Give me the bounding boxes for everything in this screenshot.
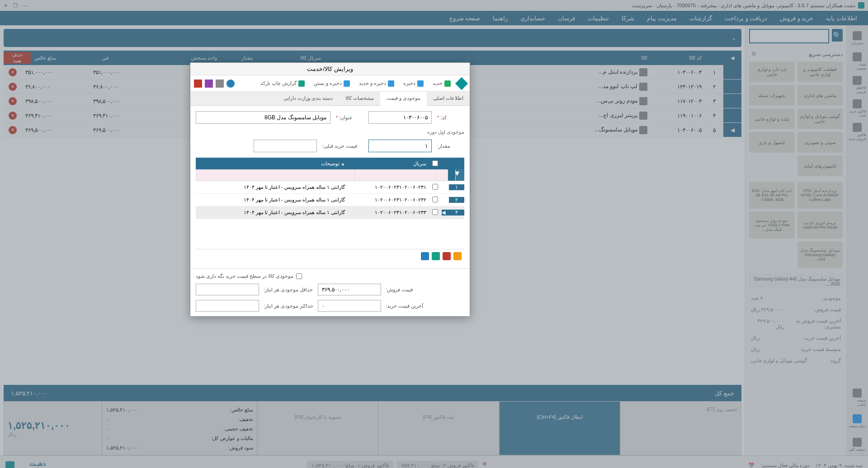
title-label: عنوان: * bbox=[336, 115, 363, 121]
keep-at-buy-price-checkbox[interactable] bbox=[296, 273, 302, 279]
add-serial-icon[interactable] bbox=[453, 252, 462, 260]
max-stock-label: حداکثر موجودی هر انبار: bbox=[264, 303, 313, 309]
export-serial-icon[interactable] bbox=[432, 252, 440, 260]
tab-ministry[interactable]: دسته بندی وزارت دارایی bbox=[277, 92, 339, 105]
qty-input[interactable] bbox=[368, 140, 432, 152]
serial-row[interactable]: ۱ ۱۰۲۰۰۶۰۲۳۱۰۲۰۰۶۰۲۳۱ گارانتی ۱ ساله همر… bbox=[196, 181, 464, 194]
serial-row[interactable]: ۳ ◀ ۱۰۲۰۰۶۰۲۳۱۰۲۰۰۶۰۲۳۳ گارانتی ۱ ساله ه… bbox=[196, 206, 464, 219]
code-label: کد: * bbox=[437, 115, 464, 121]
barcode-report-button[interactable]: گزارش چاپ بارکد bbox=[258, 79, 307, 89]
save-new-button[interactable]: ذخیره و جدید bbox=[356, 79, 397, 89]
import-serial-icon[interactable] bbox=[421, 252, 429, 260]
section-initial-stock: موجودی اول دوره bbox=[196, 129, 464, 135]
min-stock-label: حداقل موجودی هر انبار: bbox=[264, 287, 313, 293]
info-icon[interactable] bbox=[226, 80, 235, 88]
modal-title: ویرایش کالا/خدمت bbox=[190, 63, 470, 75]
serial-grid: سریال ▲ توضیحات ▼ ۱ ۱۰۲۰۰۶۰۲۳۱۰۲۰۰۶۰۲۳۱ … bbox=[196, 158, 464, 263]
prev-price-input[interactable] bbox=[254, 140, 317, 152]
code-input[interactable] bbox=[368, 111, 432, 124]
prev-price-label: قیمت خرید قبلی: bbox=[322, 143, 363, 149]
max-stock-input[interactable] bbox=[196, 300, 259, 312]
tab-main-info[interactable]: اطلاعات اصلی bbox=[427, 92, 470, 105]
save-button[interactable]: ذخیره bbox=[401, 79, 426, 89]
color-icon[interactable] bbox=[205, 80, 213, 88]
col-serial[interactable]: سریال bbox=[349, 161, 430, 167]
edit-item-modal: ویرایش کالا/خدمت جدید ذخیره ذخیره و جدید… bbox=[190, 62, 470, 317]
title-input[interactable] bbox=[196, 111, 330, 124]
tab-specs[interactable]: مشخصات کالا bbox=[339, 92, 380, 105]
modal-close-icon[interactable] bbox=[194, 80, 202, 88]
tab-stock-price[interactable]: موجودی و قیمت bbox=[380, 92, 427, 106]
last-buy-label: آخرین قیمت خرید: bbox=[386, 303, 423, 309]
grid-icon[interactable] bbox=[216, 80, 224, 88]
delete-serial-icon[interactable] bbox=[443, 252, 451, 260]
col-desc[interactable]: ▲ توضیحات bbox=[196, 161, 349, 167]
filter-icon[interactable]: ▼ bbox=[455, 169, 464, 181]
qty-label: مقدار: bbox=[437, 143, 464, 149]
serial-row[interactable]: ۲ ۱۰۲۰۰۶۰۲۳۱۰۲۰۰۶۰۲۳۲ گارانتی ۱ ساله همر… bbox=[196, 194, 464, 206]
sale-price-input[interactable] bbox=[318, 284, 381, 295]
min-stock-input[interactable] bbox=[196, 284, 259, 295]
save-close-button[interactable]: ذخیره و بستن bbox=[311, 79, 353, 89]
new-button[interactable]: جدید bbox=[430, 79, 453, 89]
sale-price-label: قیمت فروش: bbox=[386, 287, 423, 293]
modal-logo-icon bbox=[455, 77, 468, 89]
select-all-checkbox bbox=[432, 160, 438, 166]
last-buy-input[interactable] bbox=[318, 300, 381, 312]
